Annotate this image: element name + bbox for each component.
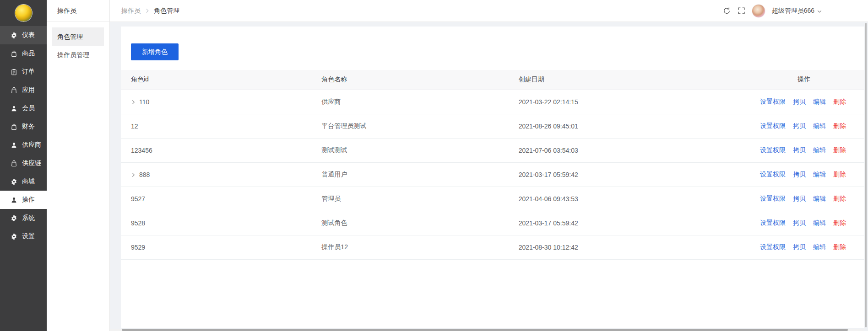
horizontal-scrollbar-thumb[interactable] xyxy=(122,329,848,331)
sidebar-item-suppliers[interactable]: 供应商 xyxy=(0,136,47,154)
gear-icon xyxy=(11,178,17,185)
sidebar-item-label: 仪表 xyxy=(22,31,35,39)
action-copy-link[interactable]: 拷贝 xyxy=(793,195,806,202)
action-copy-link[interactable]: 拷贝 xyxy=(793,171,806,178)
sidebar-item-members[interactable]: 会员 xyxy=(0,99,47,117)
role-table-card: 新增角色 角色id角色名称创建日期操作 110 供应商 2021-03-22 0… xyxy=(121,27,864,328)
action-delete-link[interactable]: 删除 xyxy=(833,243,846,251)
sidebar-item-mall[interactable]: 商城 xyxy=(0,172,47,191)
table-header-row: 角色id角色名称创建日期操作 xyxy=(121,70,864,90)
table-row: 12 平台管理员测试 2021-08-26 09:45:01 设置权限拷贝编辑删… xyxy=(121,114,864,138)
bag-icon xyxy=(11,50,17,57)
submenu-list: 角色管理操作员管理 xyxy=(47,22,109,64)
submenu-title: 操作员 xyxy=(47,0,109,22)
sidebar-item-label: 供应商 xyxy=(22,141,41,149)
cell-role-name: 平台管理员测试 xyxy=(318,114,515,138)
action-copy-link[interactable]: 拷贝 xyxy=(793,122,806,129)
breadcrumb-parent[interactable]: 操作员 xyxy=(121,7,141,15)
sidebar-item-label: 操作 xyxy=(22,196,35,204)
horizontal-scrollbar[interactable] xyxy=(110,329,864,331)
sidebar-item-orders[interactable]: 订单 xyxy=(0,63,47,81)
app-logo[interactable] xyxy=(15,5,32,21)
action-delete-link[interactable]: 删除 xyxy=(833,219,846,226)
action-set-permissions-link[interactable]: 设置权限 xyxy=(760,98,786,105)
table-row: 9529 操作员12 2021-08-30 10:12:42 设置权限拷贝编辑删… xyxy=(121,235,864,259)
cell-role-name: 操作员12 xyxy=(318,235,515,259)
submenu-item-operator-management[interactable]: 操作员管理 xyxy=(52,46,104,64)
role-id-value: 9529 xyxy=(131,244,145,251)
sidebar-item-settings[interactable]: 设置 xyxy=(0,227,47,246)
cell-operations: 设置权限拷贝编辑删除 xyxy=(716,114,864,138)
sidebar-item-supply-chain[interactable]: 供应链 xyxy=(0,154,47,172)
user-avatar[interactable] xyxy=(752,5,765,17)
cell-role-name: 测试角色 xyxy=(318,211,515,235)
action-edit-link[interactable]: 编辑 xyxy=(813,122,826,129)
sidebar-item-label: 商城 xyxy=(22,177,35,186)
sidebar-item-label: 供应链 xyxy=(22,159,41,167)
cell-operations: 设置权限拷贝编辑删除 xyxy=(716,187,864,211)
action-delete-link[interactable]: 删除 xyxy=(833,98,846,105)
expand-row-icon[interactable] xyxy=(131,172,136,177)
cell-role-id: 123456 xyxy=(121,138,318,162)
action-set-permissions-link[interactable]: 设置权限 xyxy=(760,195,786,202)
bag-icon xyxy=(11,160,17,167)
action-set-permissions-link[interactable]: 设置权限 xyxy=(760,219,786,226)
cell-role-name: 管理员 xyxy=(318,187,515,211)
action-edit-link[interactable]: 编辑 xyxy=(813,195,826,202)
action-set-permissions-link[interactable]: 设置权限 xyxy=(760,146,786,154)
action-delete-link[interactable]: 删除 xyxy=(833,122,846,129)
action-copy-link[interactable]: 拷贝 xyxy=(793,98,806,105)
sidebar-item-dashboard[interactable]: 仪表 xyxy=(0,26,47,44)
action-edit-link[interactable]: 编辑 xyxy=(813,98,826,105)
user-menu[interactable]: 超级管理员666 xyxy=(772,7,822,15)
action-set-permissions-link[interactable]: 设置权限 xyxy=(760,171,786,178)
expand-row-icon[interactable] xyxy=(131,100,136,105)
breadcrumb: 操作员 角色管理 xyxy=(121,7,179,15)
action-edit-link[interactable]: 编辑 xyxy=(813,243,826,251)
add-role-button[interactable]: 新增角色 xyxy=(131,43,179,60)
action-delete-link[interactable]: 删除 xyxy=(833,195,846,202)
action-delete-link[interactable]: 删除 xyxy=(833,146,846,154)
role-id-value: 12 xyxy=(131,123,138,130)
action-copy-link[interactable]: 拷贝 xyxy=(793,219,806,226)
sidebar-item-operations[interactable]: 操作 xyxy=(0,191,47,209)
action-copy-link[interactable]: 拷贝 xyxy=(793,243,806,251)
column-header-created-date: 创建日期 xyxy=(515,70,716,90)
role-id-value: 110 xyxy=(139,98,149,106)
submenu-item-role-management[interactable]: 角色管理 xyxy=(52,27,104,46)
gauge-icon xyxy=(11,32,17,39)
cell-role-id: 888 xyxy=(121,162,318,187)
sidebar-item-finance[interactable]: 财务 xyxy=(0,117,47,136)
cell-created-date: 2021-03-17 05:59:42 xyxy=(515,162,716,187)
table-row: 123456 测试测试 2021-07-06 03:54:03 设置权限拷贝编辑… xyxy=(121,138,864,162)
sidebar-item-system[interactable]: 系统 xyxy=(0,209,47,227)
vertical-scrollbar-thumb[interactable] xyxy=(865,23,867,327)
action-edit-link[interactable]: 编辑 xyxy=(813,171,826,178)
user-icon xyxy=(11,197,17,203)
action-delete-link[interactable]: 删除 xyxy=(833,171,846,178)
sidebar-item-label: 设置 xyxy=(22,232,35,240)
cell-role-id: 12 xyxy=(121,114,318,138)
user-icon xyxy=(11,142,17,149)
breadcrumb-separator-icon xyxy=(145,8,150,13)
user-icon xyxy=(11,105,17,112)
sidebar-item-apps[interactable]: 应用 xyxy=(0,81,47,99)
action-set-permissions-link[interactable]: 设置权限 xyxy=(760,243,786,251)
fullscreen-icon[interactable] xyxy=(738,7,745,15)
cell-role-name: 供应商 xyxy=(318,90,515,114)
action-copy-link[interactable]: 拷贝 xyxy=(793,146,806,154)
gear-icon xyxy=(11,233,17,240)
sidebar-item-goods[interactable]: 商品 xyxy=(0,44,47,63)
chevron-down-icon xyxy=(817,9,822,14)
action-set-permissions-link[interactable]: 设置权限 xyxy=(760,122,786,129)
refresh-icon[interactable] xyxy=(723,7,731,15)
primary-sidebar: 仪表 商品 订单 应用 会员 财务 供应商 供应链 商城 操作 系统 设置 xyxy=(0,0,47,331)
topbar-right: 超级管理员666 xyxy=(723,5,822,17)
table-row: 9527 管理员 2021-04-06 09:43:53 设置权限拷贝编辑删除 xyxy=(121,187,864,211)
action-edit-link[interactable]: 编辑 xyxy=(813,219,826,226)
cell-created-date: 2021-08-26 09:45:01 xyxy=(515,114,716,138)
sidebar-item-label: 会员 xyxy=(22,104,35,112)
action-edit-link[interactable]: 编辑 xyxy=(813,146,826,154)
cell-role-id: 110 xyxy=(121,90,318,114)
cell-operations: 设置权限拷贝编辑删除 xyxy=(716,162,864,187)
